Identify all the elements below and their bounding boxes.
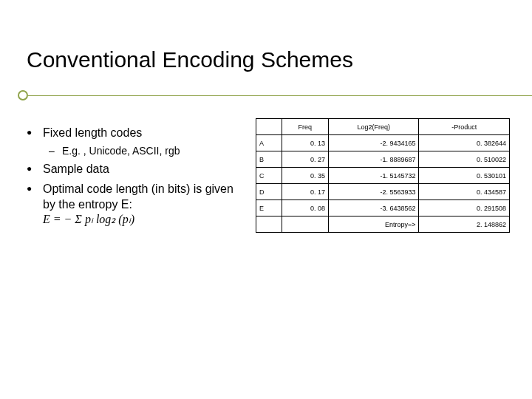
cell-freq: 0. 27 [282, 151, 328, 168]
table-row: D 0. 17 -2. 5563933 0. 434587 [256, 184, 510, 200]
slide-title: Conventional Encoding Schemes [27, 47, 353, 72]
bullet-fixed-length: Fixed length codes E.g. , Unicode, ASCII… [27, 126, 247, 157]
entropy-formula: E = − Σ pᵢ log₂ (pᵢ) [43, 213, 134, 225]
cell-prod: 0. 510022 [419, 151, 510, 168]
cell-log: -2. 5563933 [328, 184, 419, 200]
divider-dot-icon [18, 90, 28, 100]
table-header-row: Freq Log2(Freq) -Product [256, 119, 510, 135]
cell-log: -2. 9434165 [328, 135, 419, 151]
cell-freq: 0. 17 [282, 184, 328, 200]
cell-label: A [256, 135, 282, 151]
subbullet-text: E.g. , Unicode, ASCII, rgb [62, 145, 180, 157]
table-row: A 0. 13 -2. 9434165 0. 382644 [256, 135, 510, 151]
entropy-table: Freq Log2(Freq) -Product A 0. 13 -2. 943… [256, 118, 510, 233]
cell-label: D [256, 184, 282, 200]
cell-prod: 0. 382644 [419, 135, 510, 151]
divider-line [28, 95, 532, 96]
footer-blank2 [282, 216, 328, 233]
cell-freq: 0. 13 [282, 135, 328, 151]
cell-log: -3. 6438562 [328, 200, 419, 216]
cell-label: E [256, 200, 282, 216]
header-prod: -Product [419, 119, 510, 135]
cell-log: -1. 8889687 [328, 151, 419, 168]
header-freq: Freq [282, 119, 328, 135]
footer-label: Entropy=> [328, 216, 419, 233]
cell-log: -1. 5145732 [328, 168, 419, 184]
cell-label: B [256, 151, 282, 168]
cell-prod: 0. 434587 [419, 184, 510, 200]
cell-label: C [256, 168, 282, 184]
cell-prod: 0. 530101 [419, 168, 510, 184]
bullet-text: Fixed length codes [43, 126, 142, 139]
table-footer-row: Entropy=> 2. 148862 [256, 216, 510, 233]
bullet-text: Optimal code length (in bits) is given b… [43, 183, 233, 211]
header-blank [256, 119, 282, 135]
table-row: B 0. 27 -1. 8889687 0. 510022 [256, 151, 510, 168]
header-log: Log2(Freq) [328, 119, 419, 135]
footer-blank1 [256, 216, 282, 233]
bullet-list: Fixed length codes E.g. , Unicode, ASCII… [27, 126, 247, 232]
footer-value: 2. 148862 [419, 216, 510, 233]
subbullet-examples: E.g. , Unicode, ASCII, rgb [43, 144, 247, 157]
bullet-optimal-code-length: Optimal code length (in bits) is given b… [27, 182, 247, 228]
cell-prod: 0. 291508 [419, 200, 510, 216]
divider [0, 92, 532, 102]
table-row: C 0. 35 -1. 5145732 0. 530101 [256, 168, 510, 184]
bullet-sample-data: Sample data [27, 162, 247, 177]
cell-freq: 0. 08 [282, 200, 328, 216]
cell-freq: 0. 35 [282, 168, 328, 184]
bullet-text: Sample data [43, 163, 109, 175]
table-row: E 0. 08 -3. 6438562 0. 291508 [256, 200, 510, 216]
